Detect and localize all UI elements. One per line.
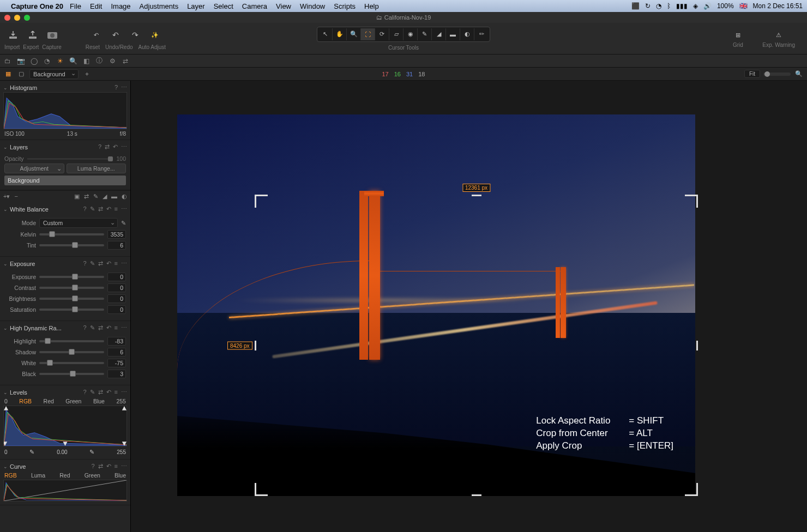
curve-blue[interactable]: Blue [115, 472, 126, 479]
disclose-icon[interactable]: ⌄ [3, 144, 8, 150]
lens-tab-icon[interactable]: ◯ [29, 57, 38, 65]
levels-graph[interactable] [3, 406, 127, 446]
menu-adjustments[interactable]: Adjustments [140, 2, 179, 10]
help-icon[interactable]: ? [83, 260, 86, 267]
preset-icon[interactable]: ≡ [115, 389, 118, 396]
saturation-value[interactable]: 0 [107, 305, 126, 314]
menu-edit[interactable]: Edit [90, 2, 102, 10]
curve-green[interactable]: Green [85, 472, 100, 479]
keystone-tool[interactable]: ▱ [389, 28, 404, 40]
kelvin-slider[interactable] [39, 233, 104, 235]
copy-icon[interactable]: ⇄ [98, 324, 103, 331]
datetime[interactable]: Mon 2 Dec 16:51 [753, 2, 803, 10]
disclose-icon[interactable]: ⌄ [3, 261, 8, 267]
eyedropper-shadows-icon[interactable]: ✎ [29, 449, 34, 456]
fit-button[interactable]: Fit [744, 70, 760, 78]
eraser-icon[interactable]: ◢ [103, 193, 107, 200]
menu-scripts[interactable]: Scripts [334, 2, 356, 10]
levels-in-low[interactable]: 0 [4, 398, 8, 404]
shadow-value[interactable]: 6 [107, 348, 126, 356]
menu-help[interactable]: Help [364, 2, 379, 10]
batch-tab-icon[interactable]: ⇄ [121, 57, 130, 65]
image-canvas[interactable]: 12361 px 8426 px Lock Aspect Ratio= SHIF… [177, 114, 695, 496]
bluetooth-icon[interactable]: ᛒ [667, 2, 671, 10]
picker-icon[interactable]: ✎ [90, 260, 95, 267]
contrast-value[interactable]: 0 [107, 283, 126, 292]
reset-icon[interactable]: ↶ [113, 143, 118, 150]
levels-out-high[interactable]: 255 [117, 449, 126, 455]
black-slider[interactable] [39, 373, 104, 375]
more-icon[interactable]: ⋯ [121, 205, 127, 213]
menu-file[interactable]: File [70, 2, 81, 10]
brush-icon[interactable]: ✎ [93, 193, 98, 200]
color-tab-icon[interactable]: ◔ [43, 57, 51, 65]
import-icon[interactable] [7, 29, 19, 41]
reset-icon[interactable]: ↶ [90, 29, 102, 41]
more-icon[interactable]: ⋯ [121, 324, 127, 331]
copy-icon[interactable]: ⇄ [98, 463, 103, 470]
exp-warning-icon[interactable]: ⚠ [773, 29, 785, 41]
disclose-icon[interactable]: ⌄ [3, 325, 8, 331]
add-icon[interactable]: +▾ [3, 193, 10, 200]
highlight-value[interactable]: -83 [107, 337, 126, 346]
undo-icon[interactable]: ↶ [110, 29, 122, 41]
help-icon[interactable]: ? [98, 143, 101, 150]
output-tab-icon[interactable]: ⚙ [108, 57, 117, 65]
details-tab-icon[interactable]: 🔍 [69, 57, 77, 65]
sync-icon[interactable]: ↻ [645, 2, 651, 10]
preset-icon[interactable]: ≡ [115, 205, 118, 213]
levels-out-mid[interactable]: 0.00 [57, 449, 67, 455]
pointer-tool[interactable]: ↖ [318, 28, 333, 40]
disclose-icon[interactable]: ⌄ [3, 464, 8, 469]
eyedropper-highlights-icon[interactable]: ✎ [89, 449, 94, 456]
zoom-tool[interactable]: 🔍 [347, 28, 361, 40]
preset-icon[interactable]: ≡ [115, 260, 118, 267]
more-icon[interactable]: ⋯ [121, 260, 127, 267]
picker-icon[interactable]: ✎ [90, 205, 95, 213]
timer-icon[interactable]: ◔ [656, 2, 661, 10]
picker-icon[interactable]: ✎ [90, 324, 95, 331]
saturation-slider[interactable] [39, 309, 104, 311]
radial-icon[interactable]: ◐ [122, 193, 127, 200]
help-icon[interactable]: ? [91, 463, 94, 470]
curve-luma[interactable]: Luma [31, 472, 45, 479]
help-icon[interactable]: ? [115, 84, 118, 91]
menu-window[interactable]: Window [300, 2, 325, 10]
export-icon[interactable] [27, 29, 39, 41]
gradient-tool[interactable]: ▬ [446, 28, 460, 40]
disclose-icon[interactable]: ⌄ [3, 207, 8, 212]
auto-adjust-icon[interactable]: ✨ [149, 29, 161, 41]
metadata-tab-icon[interactable]: ⓘ [95, 57, 104, 65]
menu-view[interactable]: View [276, 2, 291, 10]
curve-graph[interactable] [3, 480, 127, 501]
dropbox-icon[interactable]: ⬛ [631, 2, 640, 10]
network-icon[interactable]: ◈ [693, 2, 698, 10]
reset-icon[interactable]: ↶ [106, 389, 111, 396]
tint-value[interactable]: 6 [107, 241, 126, 250]
crop-handle-l[interactable] [255, 341, 256, 350]
menu-image[interactable]: Image [111, 2, 130, 10]
levels-rgb[interactable]: RGB [19, 398, 32, 404]
crop-handle-t[interactable] [472, 195, 481, 196]
library-tab-icon[interactable]: 🗀 [3, 57, 12, 65]
radial-tool[interactable]: ◐ [460, 28, 474, 40]
redo-icon[interactable]: ↷ [129, 29, 141, 41]
adjust-tab-icon[interactable]: ◧ [82, 57, 91, 65]
volume-icon[interactable]: 🔊 [703, 2, 712, 10]
maximize-button[interactable] [24, 15, 30, 21]
invert-icon[interactable]: ⇄ [84, 193, 89, 200]
copy-icon[interactable]: ⇄ [98, 389, 103, 396]
rotate-tool[interactable]: ⟳ [375, 28, 389, 40]
black-value[interactable]: 3 [107, 370, 126, 378]
annotate-tool[interactable]: ✏ [474, 28, 489, 40]
more-icon[interactable]: ⋯ [121, 143, 127, 150]
crop-handle-r[interactable] [696, 341, 698, 350]
gradient-icon[interactable]: ▬ [111, 193, 117, 200]
crop-handle-br[interactable] [685, 483, 698, 496]
copy-icon[interactable]: ⇄ [98, 205, 103, 213]
menu-layer[interactable]: Layer [187, 2, 205, 10]
disclose-icon[interactable]: ⌄ [3, 85, 8, 90]
brightness-value[interactable]: 0 [107, 294, 126, 303]
shadow-slider[interactable] [39, 351, 104, 353]
help-icon[interactable]: ? [83, 389, 86, 396]
